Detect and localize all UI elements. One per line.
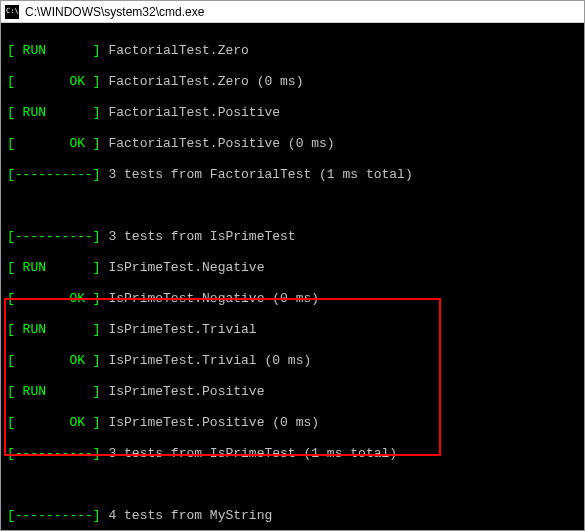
line-run: [ RUN ] FactorialTest.Positive xyxy=(7,105,578,121)
line-sep: [----------] 4 tests from MyString xyxy=(7,508,578,524)
blank-line xyxy=(7,198,578,214)
line-run: [ RUN ] FactorialTest.Zero xyxy=(7,43,578,59)
cmd-icon xyxy=(5,5,19,19)
highlight-box xyxy=(4,298,441,456)
window-titlebar[interactable]: C:\WINDOWS\system32\cmd.exe xyxy=(1,1,584,23)
blank-line xyxy=(7,477,578,493)
line-ok: [ OK ] FactorialTest.Positive (0 ms) xyxy=(7,136,578,152)
cmd-window: C:\WINDOWS\system32\cmd.exe [ RUN ] Fact… xyxy=(0,0,585,531)
line-run: [ RUN ] IsPrimeTest.Negative xyxy=(7,260,578,276)
console-output: [ RUN ] FactorialTest.Zero [ OK ] Factor… xyxy=(1,23,584,530)
line-sep: [----------] 3 tests from IsPrimeTest xyxy=(7,229,578,245)
line-sep: [----------] 3 tests from FactorialTest … xyxy=(7,167,578,183)
line-ok: [ OK ] FactorialTest.Zero (0 ms) xyxy=(7,74,578,90)
window-title: C:\WINDOWS\system32\cmd.exe xyxy=(25,5,204,19)
